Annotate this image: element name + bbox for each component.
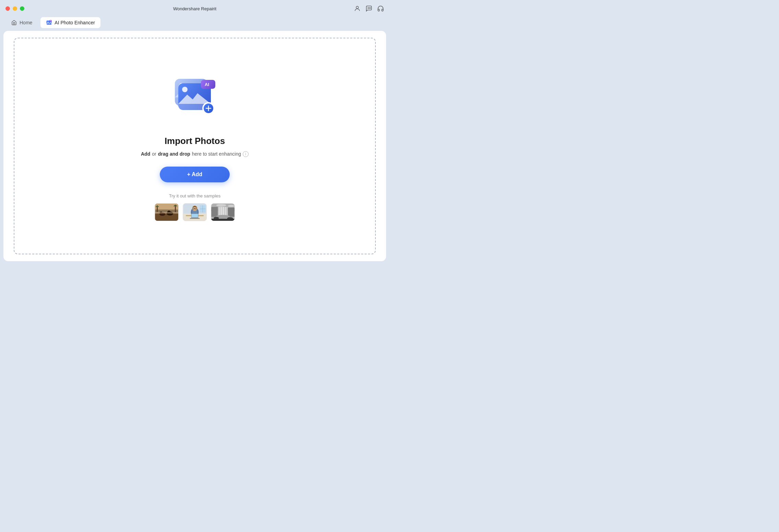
chat-icon[interactable] xyxy=(365,5,372,12)
samples-row xyxy=(155,203,235,221)
headset-icon[interactable] xyxy=(377,5,384,12)
minimize-button[interactable] xyxy=(13,7,17,11)
svg-rect-27 xyxy=(157,207,158,211)
svg-point-0 xyxy=(356,6,359,9)
ai-photo-enhancer-icon: AI xyxy=(46,20,52,26)
tab-home-label: Home xyxy=(20,20,32,25)
tab-bar: Home AI AI Photo Enhancer xyxy=(0,17,389,31)
window-title: Wondershare Repairit xyxy=(173,6,216,11)
sample-thumb-1[interactable] xyxy=(155,203,179,221)
close-button[interactable] xyxy=(5,7,10,11)
svg-point-3 xyxy=(370,8,371,9)
svg-rect-20 xyxy=(155,213,178,220)
svg-rect-28 xyxy=(175,206,176,212)
svg-rect-58 xyxy=(211,219,234,221)
title-bar: Wondershare Repairit xyxy=(0,0,389,17)
info-icon[interactable]: i xyxy=(243,151,249,157)
import-subtitle: Add or drag and drop here to start enhan… xyxy=(141,151,249,157)
svg-point-1 xyxy=(368,8,369,9)
maximize-button[interactable] xyxy=(20,7,24,11)
svg-point-59 xyxy=(216,204,226,206)
subtitle-add: Add xyxy=(141,151,150,157)
drop-zone[interactable]: AI xyxy=(14,38,376,254)
subtitle-end: here to start enhancing xyxy=(192,151,241,157)
tab-home[interactable]: Home xyxy=(5,17,38,28)
photo-import-icon: AI xyxy=(167,71,222,126)
user-icon[interactable] xyxy=(354,5,361,12)
subtitle-or: or xyxy=(152,151,156,157)
import-title: Import Photos xyxy=(165,136,225,146)
svg-point-60 xyxy=(228,205,234,207)
svg-rect-50 xyxy=(218,207,228,216)
svg-rect-41 xyxy=(191,214,198,217)
svg-rect-51 xyxy=(219,207,220,216)
main-content: AI xyxy=(3,31,386,261)
subtitle-drag: drag and drop xyxy=(158,151,190,157)
header-icons xyxy=(354,5,384,12)
sample-thumb-3[interactable] xyxy=(211,203,235,221)
svg-rect-53 xyxy=(223,207,224,216)
tab-ai-photo-enhancer[interactable]: AI AI Photo Enhancer xyxy=(40,17,100,28)
svg-rect-26 xyxy=(155,212,178,214)
svg-text:AI: AI xyxy=(50,20,51,22)
svg-point-2 xyxy=(369,8,370,9)
sample-thumb-2[interactable] xyxy=(183,203,207,221)
svg-point-12 xyxy=(182,87,188,92)
tab-ai-photo-enhancer-label: AI Photo Enhancer xyxy=(55,20,95,25)
svg-rect-52 xyxy=(221,207,222,216)
svg-rect-42 xyxy=(190,218,200,219)
svg-text:AI: AI xyxy=(205,82,209,87)
svg-rect-48 xyxy=(211,207,218,217)
home-icon xyxy=(11,20,17,26)
traffic-lights xyxy=(5,7,24,11)
svg-rect-49 xyxy=(228,207,234,217)
svg-rect-54 xyxy=(225,207,226,216)
samples-label: Try it out with the samples xyxy=(169,193,221,198)
add-button[interactable]: + Add xyxy=(160,167,230,182)
